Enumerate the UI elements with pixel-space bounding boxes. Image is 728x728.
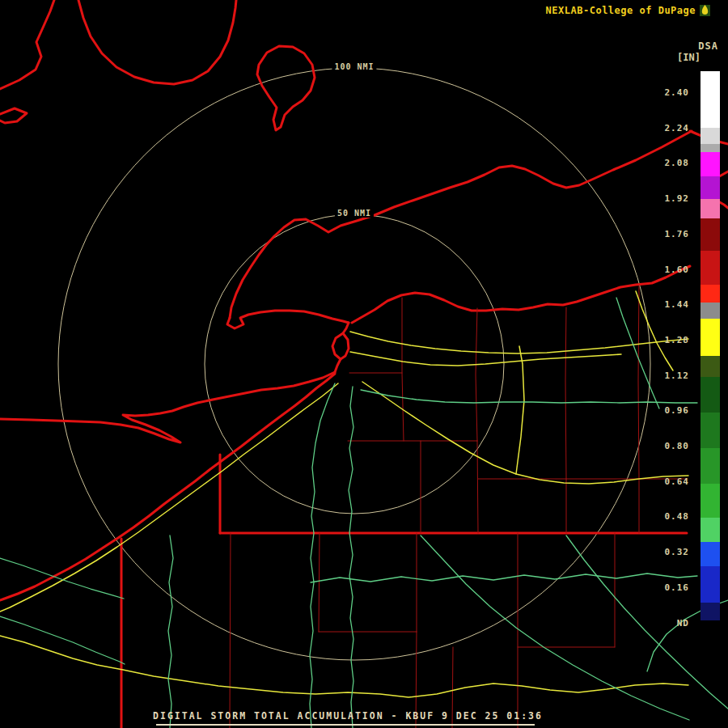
colorbar-segment [700, 319, 720, 356]
colorbar-segment [700, 413, 720, 448]
colorbar-segment [700, 603, 720, 620]
colorbar [700, 71, 720, 637]
colorbar-label: 1.60 [649, 265, 689, 275]
range-ring-label-50: 50 NMI [335, 209, 374, 218]
county-border [638, 286, 639, 479]
colorbar-label: ND [649, 618, 689, 629]
colorbar-label: 0.96 [649, 405, 689, 416]
colorbar-segment [700, 518, 720, 542]
colorbar-label: 2.40 [649, 87, 689, 98]
colorbar-label: 2.08 [649, 158, 689, 168]
colorbar-segment [700, 71, 720, 128]
colorbar-label: 0.32 [649, 547, 689, 557]
county-border [476, 308, 477, 441]
radar-screen: 50 NMI 100 NMI NEXLAB-College of DuPage … [0, 0, 728, 728]
road-green [168, 535, 173, 728]
highway-yellow [350, 352, 621, 366]
product-caption: DIGITAL STORM TOTAL ACCUMULATION - KBUF … [0, 710, 696, 722]
colorbar-label: 1.12 [649, 370, 689, 381]
product-abbrev-label: DSA [698, 40, 718, 52]
range-ring-label-100: 100 NMI [332, 62, 376, 71]
road-green [361, 390, 697, 403]
colorbar-label: 1.28 [649, 335, 689, 345]
colorbar-segment [700, 566, 720, 603]
colorbar-segment [700, 303, 720, 319]
county-border [477, 441, 478, 533]
county-border [402, 298, 404, 441]
state-shoreline-border [227, 311, 349, 328]
colorbar-label: 1.76 [649, 229, 689, 239]
county-border [230, 533, 231, 728]
colorbar-segment [700, 542, 720, 566]
colorbar-segment [700, 484, 720, 518]
colorbar-segment [700, 251, 720, 285]
range-ring [205, 214, 504, 514]
header-title: NEXLAB-College of DuPage [546, 5, 696, 16]
state-shoreline-border [0, 0, 54, 89]
colorbar-label: 0.80 [649, 441, 689, 451]
colorbar-label: 0.16 [649, 582, 689, 593]
state-shoreline-border [341, 333, 349, 359]
county-border [565, 307, 566, 479]
road-green [349, 387, 353, 728]
colorbar-segment [700, 285, 720, 303]
colorbar-segment [700, 176, 720, 199]
range-ring [58, 68, 650, 660]
colorbar-segment [700, 199, 720, 218]
highway-yellow [0, 636, 688, 697]
colorbar-segment [700, 356, 720, 377]
state-shoreline-border [0, 374, 335, 600]
highway-yellow [350, 332, 688, 353]
colorbar-segment [700, 152, 720, 176]
colorbar-label: 2.24 [649, 123, 689, 133]
radar-map [0, 0, 728, 728]
product-units-label: [IN] [677, 52, 700, 63]
colorbar-segment [700, 144, 720, 152]
state-shoreline-border [230, 131, 692, 318]
colorbar-label: 1.92 [649, 193, 689, 204]
state-shoreline-border [78, 0, 236, 84]
state-shoreline-border [332, 323, 349, 372]
state-shoreline-border [0, 108, 27, 123]
state-shoreline-border [0, 372, 335, 442]
caption-underline [156, 724, 535, 726]
road-green [311, 574, 697, 582]
road-green [310, 383, 335, 728]
colorbar-segment [700, 377, 720, 413]
colorbar-label: 0.64 [649, 476, 689, 487]
road-green [616, 298, 659, 408]
colorbar-segment [700, 620, 720, 637]
colorbar-label: 0.48 [649, 511, 689, 522]
state-shoreline-border [257, 46, 315, 130]
colorbar-segment [700, 218, 720, 251]
highway-yellow [362, 382, 688, 484]
cod-logo-icon [700, 4, 710, 16]
colorbar-segment [700, 128, 720, 144]
colorbar-label: 1.44 [649, 299, 689, 310]
colorbar-segment [700, 448, 720, 484]
header: NEXLAB-College of DuPage [546, 4, 710, 16]
county-border [319, 533, 320, 632]
highway-yellow [516, 346, 524, 474]
